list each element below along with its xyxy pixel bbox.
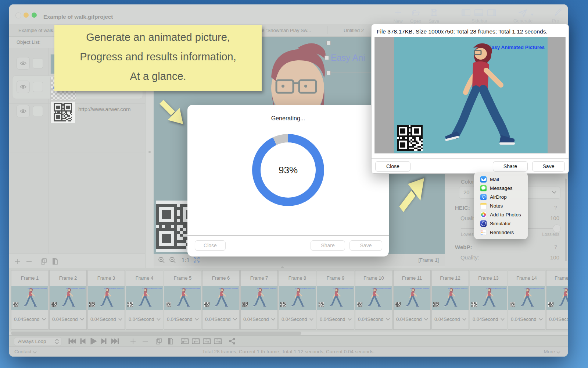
play-button[interactable] (89, 337, 97, 347)
share-item-notes[interactable]: Notes (474, 201, 528, 210)
frame-duration-dropdown[interactable]: 0.04Second (126, 310, 163, 329)
zoom-in-button[interactable] (158, 256, 165, 265)
frame-duration-dropdown[interactable]: 0.04Second (355, 310, 392, 329)
frame-cell[interactable]: Frame 15 Easy Animated Pictures 0.04Seco… (546, 270, 568, 330)
move-frame-left-button[interactable] (192, 337, 200, 346)
frame-duration-dropdown[interactable]: 0.04Second (88, 310, 125, 329)
skip-to-start-button[interactable] (68, 337, 76, 346)
share-item-simulator[interactable]: Simulator (474, 219, 528, 228)
filmstrip-scrollbar[interactable] (11, 332, 301, 335)
share-item-messages[interactable]: Messages (474, 184, 528, 192)
next-frame-button[interactable] (101, 337, 107, 346)
frame-duration-dropdown[interactable]: 0.04Second (317, 310, 354, 329)
share-button[interactable]: Share (311, 240, 345, 251)
zoom-out-button[interactable] (169, 256, 176, 265)
frame-cell[interactable]: Frame 6 Easy Animated Pictures 0.04Secon… (202, 270, 240, 330)
close-button[interactable]: Close (195, 240, 226, 251)
add-frame-button[interactable] (129, 337, 137, 346)
sidebar-bottom-button[interactable] (474, 9, 484, 18)
frame-thumbnail: Easy Animated Pictures (279, 286, 316, 310)
share-item-reminders[interactable]: Reminders (474, 228, 528, 237)
fit-view-button[interactable] (193, 256, 200, 265)
zoom-window-button[interactable] (32, 13, 37, 18)
object-checkbox[interactable] (33, 58, 43, 68)
move-frame-to-start-button[interactable] (181, 337, 189, 346)
selection-handle[interactable] (325, 56, 329, 60)
frame-cell[interactable]: Frame 9 Easy Animated Pictures 0.04Secon… (317, 270, 354, 330)
save-button[interactable]: Save (532, 161, 565, 171)
visibility-toggle[interactable] (17, 57, 30, 70)
frame-cell[interactable]: Frame 13 Easy Animated Pictures 0.04Seco… (470, 270, 507, 330)
frame-cell[interactable]: Frame 8 Easy Animated Pictures 0.04Secon… (279, 270, 316, 330)
object-thumbnail-qr[interactable] (50, 101, 75, 123)
quality-slider-knob[interactable] (553, 224, 561, 233)
open-button[interactable]: Open (406, 8, 426, 24)
frame-cell[interactable]: Frame 3 Easy Animated Pictures 0.04Secon… (87, 270, 125, 330)
frame-duration-dropdown[interactable]: 0.04Second (11, 310, 48, 329)
tab-untitled[interactable]: Untitled 2 (344, 28, 364, 33)
save-button[interactable]: Save (349, 240, 382, 251)
remove-object-button[interactable] (25, 258, 33, 266)
frame-cell[interactable]: Frame 1 Easy Animated Pictures 0.04Secon… (11, 270, 49, 330)
previous-frame-button[interactable] (80, 337, 86, 346)
reverse-frames-button[interactable] (229, 337, 236, 346)
generate-button[interactable] (518, 8, 528, 19)
selection-handle[interactable] (326, 41, 331, 45)
object-checkbox[interactable] (33, 106, 43, 116)
paste-frame-button[interactable] (166, 337, 174, 346)
frame-duration-dropdown[interactable]: 0.04Second (202, 310, 239, 329)
canvas-text-object[interactable]: Easy Ani (331, 53, 372, 63)
share-item-mail[interactable]: Mail (474, 175, 528, 184)
copy-object-button[interactable] (40, 258, 47, 266)
copy-frame-button[interactable] (155, 337, 162, 346)
frame-cell[interactable]: Frame 11 Easy Animated Pictures 0.04Seco… (393, 270, 431, 330)
frame-duration-dropdown[interactable]: 0.04Second (394, 310, 430, 329)
visibility-toggle[interactable] (17, 81, 30, 93)
object-checkbox[interactable] (33, 82, 43, 92)
frame-cell[interactable]: Frame 7 Easy Animated Pictures 0.04Secon… (240, 270, 278, 330)
skip-to-end-button[interactable] (111, 337, 119, 346)
webp-help-button[interactable]: ? (554, 244, 557, 250)
frame-duration-dropdown[interactable]: 0.04Second (164, 310, 201, 329)
sidebar-right-button[interactable] (487, 9, 496, 18)
frame-cell[interactable]: Frame 14 Easy Animated Pictures 0.04Seco… (508, 270, 545, 330)
panel-scrollbar[interactable] (565, 178, 567, 261)
heic-help-button[interactable]: ? (554, 205, 557, 210)
minimize-window-button[interactable] (24, 13, 29, 18)
frame-cell[interactable]: Frame 10 Easy Animated Pictures 0.04Seco… (355, 270, 392, 330)
frame-cell[interactable]: Frame 5 Easy Animated Pictures 0.04Secon… (164, 270, 201, 330)
move-frame-right-button[interactable] (203, 337, 211, 346)
close-button[interactable]: Close (375, 161, 410, 171)
selection-handle[interactable] (326, 71, 331, 75)
frame-cell[interactable]: Frame 4 Easy Animated Pictures 0.04Secon… (126, 270, 163, 330)
move-frame-to-end-button[interactable] (214, 337, 222, 346)
close-window-button[interactable] (15, 13, 21, 18)
remove-frame-button[interactable] (141, 337, 149, 346)
share-item-airdrop[interactable]: AirDrop (474, 192, 528, 201)
share-item-photos[interactable]: Add to Photos (474, 210, 528, 219)
frame-duration-dropdown[interactable]: 0.04Second (470, 310, 507, 329)
paste-object-button[interactable] (51, 258, 58, 266)
generate-dropdown-arrow[interactable] (530, 11, 534, 18)
frame-duration-dropdown[interactable]: 0.04Second (241, 310, 277, 329)
zoom-ratio-button[interactable]: 1:1 (182, 257, 190, 263)
pro-button[interactable] (553, 8, 562, 18)
frame-cell[interactable]: Frame 12 Easy Animated Pictures 0.04Seco… (431, 270, 469, 330)
new-button[interactable]: New (388, 8, 408, 24)
sidebar-left-button[interactable] (461, 9, 471, 18)
tab-snowman-project[interactable]: ne "Snowman Play Sw... (259, 28, 311, 33)
frame-duration-dropdown[interactable]: 0.04Second (508, 310, 545, 329)
frame-duration-dropdown[interactable]: 0.04Second (279, 310, 316, 329)
frame-duration-dropdown[interactable]: 0.04Second (546, 310, 568, 329)
frame-duration-dropdown[interactable]: 0.04Second (50, 310, 86, 329)
share-button[interactable]: Share (493, 161, 528, 171)
visibility-toggle[interactable] (17, 105, 30, 117)
save-button[interactable]: Save (424, 8, 444, 24)
add-object-button[interactable] (14, 258, 21, 266)
frame-duration-dropdown[interactable]: 0.04Second (432, 310, 469, 329)
more-menu[interactable]: More (544, 349, 560, 354)
loop-mode-select[interactable]: Always Loop (14, 337, 61, 346)
select-chevrons-icon (55, 339, 59, 344)
frame-cell[interactable]: Frame 2 Easy Animated Pictures 0.04Secon… (49, 270, 87, 330)
tab-walk-project[interactable]: Example of walk.g (18, 28, 57, 33)
